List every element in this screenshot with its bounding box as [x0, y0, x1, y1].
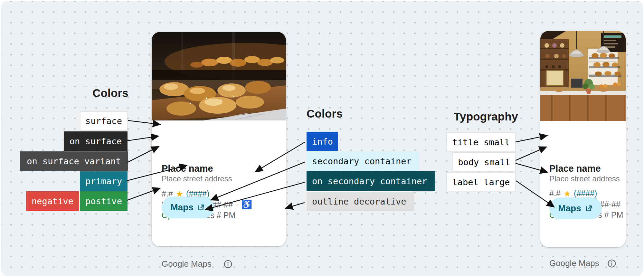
color-chip-on-surface: on surface — [64, 131, 128, 151]
design-spec-canvas: Colors surface on surface on surface var… — [1, 1, 643, 276]
color-chip-outline-decorative: outline decorative — [307, 192, 414, 211]
place-street-address: Place street address — [162, 174, 232, 183]
attribution-row: Google Maps — [162, 259, 233, 269]
left-colors-heading: Colors — [92, 87, 128, 100]
attribution-row: Google Maps — [549, 258, 617, 268]
color-chip-secondary-container: secondary container — [307, 151, 419, 171]
bakery-photo — [152, 32, 286, 120]
accessibility-icon: ♿ — [241, 200, 252, 209]
info-icon[interactable] — [607, 259, 617, 268]
attribution-text: Google Maps — [549, 258, 599, 268]
maps-button-label: Maps — [558, 203, 581, 214]
info-icon[interactable] — [223, 259, 233, 269]
color-chip-primary: primary — [80, 171, 128, 191]
place-card: Place name Place street address #.# ★ (#… — [152, 32, 286, 246]
place-name: Place name — [162, 163, 213, 174]
color-chip-on-secondary-container: on secondary container — [307, 171, 435, 191]
middle-colors-heading: Colors — [307, 107, 343, 120]
cafe-photo — [540, 31, 626, 121]
place-name: Place name — [549, 163, 601, 174]
color-chip-info: info — [307, 132, 338, 151]
place-card-typography: Place name Place street address #.# ★ (#… — [540, 31, 626, 247]
type-chip-label-large: label large — [446, 172, 516, 192]
color-chip-positive: postive — [80, 191, 128, 211]
color-chip-surface: surface — [80, 111, 128, 131]
typography-heading: Typography — [454, 110, 518, 123]
maps-button[interactable]: Maps — [162, 196, 214, 218]
maps-button[interactable]: Maps — [549, 197, 602, 219]
star-icon: ★ — [564, 189, 571, 198]
maps-button-label: Maps — [170, 202, 194, 213]
dot-separator: · — [236, 200, 238, 209]
rating-value: #.# — [549, 189, 561, 198]
color-chip-on-surface-variant: on surface variant — [20, 151, 128, 171]
type-chip-title-small: title small — [446, 132, 516, 152]
attribution-text: Google Maps — [162, 259, 212, 269]
place-street-address: Place street address — [549, 174, 620, 183]
review-count-link[interactable]: (####) — [574, 189, 597, 198]
color-chip-negative: negative — [26, 191, 79, 211]
external-link-icon — [197, 203, 205, 212]
type-chip-body-small: body small — [452, 152, 516, 172]
external-link-icon — [585, 204, 593, 213]
rating-row: #.# ★ (####) — [549, 189, 597, 198]
